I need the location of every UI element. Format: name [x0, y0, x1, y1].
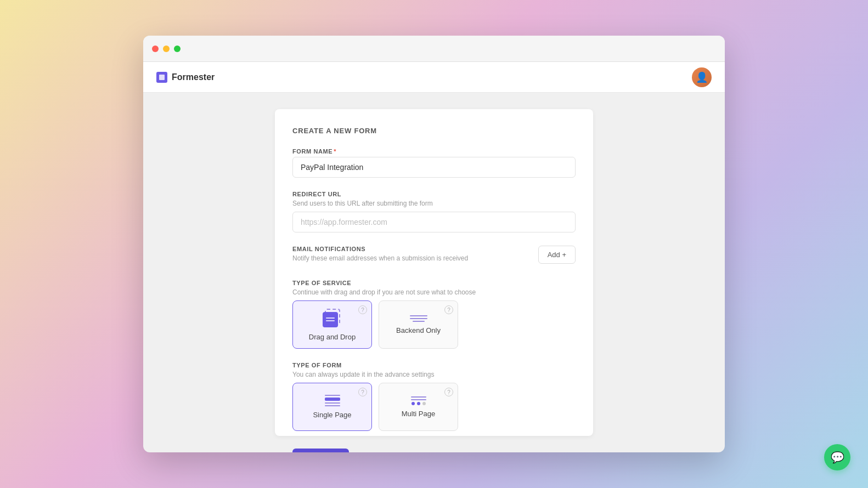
main-content: CREATE A NEW FORM FORM NAME * REDIRECT U…	[143, 93, 725, 452]
email-info: EMAIL NOTIFICATIONS Notify these email a…	[292, 246, 532, 266]
brand-name: Formester	[172, 72, 215, 82]
navbar: Formester	[143, 62, 725, 93]
traffic-lights	[152, 46, 181, 52]
type-of-form-section: TYPE OF FORM You can always update it in…	[292, 362, 576, 431]
type-of-form-label: TYPE OF FORM	[292, 362, 576, 368]
single-page-label: Single Page	[313, 411, 351, 419]
form-name-section: FORM NAME *	[292, 148, 576, 178]
redirect-url-section: REDIRECT URL Send users to this URL afte…	[292, 191, 576, 232]
user-avatar[interactable]	[692, 67, 712, 87]
service-card-backend-only[interactable]: ? Backend Only	[379, 300, 458, 349]
form-type-options-grid: ? Single Page ?	[292, 383, 576, 431]
close-button[interactable]	[152, 46, 159, 52]
form-name-label: FORM NAME *	[292, 148, 576, 155]
email-notifications-label: EMAIL NOTIFICATIONS	[292, 246, 532, 252]
type-of-service-label: TYPE OF SERVICE	[292, 280, 576, 286]
page-title: CREATE A NEW FORM	[292, 127, 576, 135]
service-options-grid: ? Drag and Drop ?	[292, 300, 576, 349]
brand-icon	[156, 72, 167, 83]
email-row: EMAIL NOTIFICATIONS Notify these email a…	[292, 246, 576, 266]
titlebar	[143, 36, 725, 62]
redirect-url-hint: Send users to this URL after submitting …	[292, 200, 576, 207]
brand: Formester	[156, 72, 215, 83]
maximize-button[interactable]	[174, 46, 181, 52]
redirect-url-input[interactable]	[292, 212, 576, 232]
form-type-card-single-page[interactable]: ? Single Page	[292, 383, 372, 431]
multi-page-icon	[411, 396, 426, 405]
drag-drop-help-icon[interactable]: ?	[358, 305, 367, 314]
submit-button[interactable]: Submit	[292, 449, 349, 452]
backend-only-icon	[410, 315, 427, 322]
type-of-service-section: TYPE OF SERVICE Continue with drag and d…	[292, 280, 576, 349]
form-type-card-multi-page[interactable]: ? Multi Page	[379, 383, 458, 431]
type-of-service-hint: Continue with drag and drop if you are n…	[292, 288, 576, 296]
add-email-button[interactable]: Add +	[538, 246, 576, 264]
backend-only-label: Backend Only	[396, 326, 441, 334]
service-card-drag-drop[interactable]: ? Drag and Drop	[292, 300, 372, 349]
drag-drop-label: Drag and Drop	[309, 333, 356, 341]
multi-page-help-icon[interactable]: ?	[444, 388, 453, 396]
type-of-form-hint: You can always update it in the advance …	[292, 371, 576, 378]
chat-bubble-button[interactable]: 💬	[824, 444, 850, 470]
redirect-url-label: REDIRECT URL	[292, 191, 576, 197]
backend-only-help-icon[interactable]: ?	[444, 305, 453, 314]
chat-icon: 💬	[831, 451, 844, 464]
email-notifications-hint: Notify these email addresses when a subm…	[292, 254, 532, 262]
required-indicator: *	[334, 148, 336, 155]
minimize-button[interactable]	[163, 46, 170, 52]
form-name-input[interactable]	[292, 157, 576, 178]
drag-drop-icon	[323, 309, 342, 328]
app-window: Formester CREATE A NEW FORM FORM NAME * …	[143, 36, 725, 452]
single-page-help-icon[interactable]: ?	[358, 388, 367, 396]
form-card: CREATE A NEW FORM FORM NAME * REDIRECT U…	[275, 109, 593, 436]
multi-page-label: Multi Page	[402, 410, 435, 418]
email-notifications-section: EMAIL NOTIFICATIONS Notify these email a…	[292, 246, 576, 266]
single-page-icon	[325, 395, 340, 406]
